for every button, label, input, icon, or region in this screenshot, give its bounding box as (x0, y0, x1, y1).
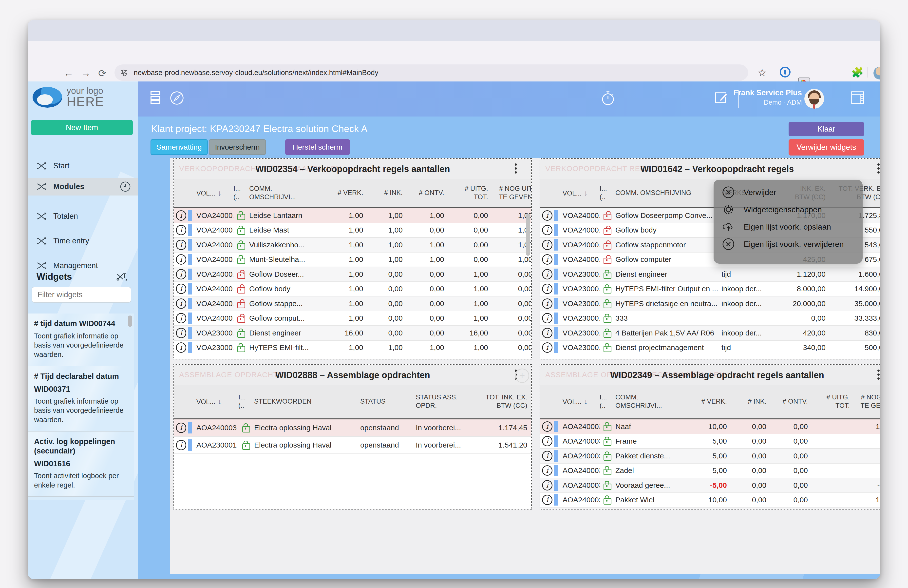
context-menu-item[interactable]: Eigen lijst voork. opslaan (713, 218, 863, 235)
sort-desc-icon[interactable]: ↓ (218, 398, 222, 406)
table-row[interactable]: iVOA24000...Goflow body1,000,000,001,000… (174, 282, 531, 297)
column-header-cell[interactable]: # ONTV. (768, 398, 810, 406)
column-header-cell[interactable]: I... (.. (600, 393, 615, 410)
context-menu-item[interactable]: Widgeteigenschappen (713, 201, 863, 218)
row-info-icon[interactable]: i (174, 328, 188, 338)
password-manager-extension-icon[interactable] (780, 67, 790, 77)
forward-button[interactable]: → (81, 68, 91, 79)
row-info-icon[interactable]: i (174, 240, 188, 250)
row-info-icon[interactable]: i (540, 313, 554, 323)
tab-invoerscherm[interactable]: Invoerscherm (209, 139, 266, 155)
row-info-icon[interactable]: i (174, 225, 188, 235)
row-info-icon[interactable]: i (174, 284, 188, 294)
column-header-cell[interactable]: I... (.. (233, 185, 249, 201)
table-row[interactable]: iAOA240003Pakket dienste...5,000,000,005… (540, 449, 881, 464)
column-header-cell[interactable]: I... (.. (600, 185, 615, 201)
table-row[interactable]: iAOA240003Pakket Wiel10,000,000,0010,00 (540, 493, 881, 508)
row-info-icon[interactable]: i (174, 269, 188, 279)
row-info-icon[interactable]: i (540, 254, 554, 265)
new-item-button[interactable]: New Item (31, 120, 133, 135)
row-info-icon[interactable]: i (174, 298, 188, 309)
column-header-cell[interactable]: COMM. OMSCHRIJVING (615, 189, 721, 197)
column-header-cell[interactable]: # UITG. TOT. (446, 185, 490, 201)
sort-desc-icon[interactable]: ↓ (584, 398, 588, 406)
row-info-icon[interactable]: i (540, 328, 554, 338)
user-avatar[interactable] (804, 89, 824, 109)
widget-menu-kebab-icon[interactable] (877, 163, 880, 175)
row-info-icon[interactable]: i (174, 254, 188, 265)
url-bar[interactable]: newbase-prod.newbase.servoy-cloud.eu/sol… (114, 64, 748, 81)
stopwatch-icon[interactable] (601, 91, 615, 106)
column-header-cell[interactable]: # ONTV. (405, 189, 446, 197)
table-row[interactable]: iAOA240003Frame5,000,000,005,00 (540, 434, 881, 449)
sidebar-scrollbar-thumb[interactable] (128, 316, 132, 327)
column-header-cell[interactable]: STATUS ASS. OPDR. (416, 393, 473, 410)
back-button[interactable]: ← (64, 68, 74, 79)
sidebar-item-modules[interactable]: Modules (27, 178, 138, 195)
column-header-cell[interactable]: # NOG UIT TE GEVEN (490, 185, 532, 201)
table-row[interactable]: iVOA23000...4 Batterijen Pak 1,5V AA/ R0… (540, 326, 881, 341)
widget-scrollbar-thumb[interactable] (526, 214, 530, 256)
column-header-cell[interactable]: STATUS (360, 398, 416, 406)
column-header-cell[interactable]: STEEKWOORDEN (254, 398, 360, 406)
column-header-cell[interactable]: COMM. OMSCHRIJVI... (615, 393, 689, 410)
panel-layout-icon[interactable] (851, 91, 864, 104)
tab-samenvatting[interactable]: Samenvatting (151, 139, 208, 155)
row-info-icon[interactable]: i (540, 342, 554, 353)
site-settings-icon[interactable] (121, 69, 128, 76)
widget-card-clipped[interactable]: ‥‥‥ ‥‥ ‥‥‥ (27, 497, 134, 500)
row-info-icon[interactable]: i (540, 480, 554, 490)
sort-desc-icon[interactable]: ↓ (584, 189, 588, 197)
widget-card[interactable]: # Tijd declarabel datumWID00371Toont gra… (27, 366, 134, 432)
row-info-icon[interactable]: i (540, 495, 554, 505)
table-row[interactable]: iVOA23000...Dienst engineertijd1.120,001… (540, 267, 881, 282)
row-info-icon[interactable]: i (174, 440, 188, 450)
column-header-cell[interactable]: VOL...↓ (563, 188, 600, 198)
column-header-cell[interactable]: # NOG UIT TE GEVEN (852, 393, 881, 410)
row-info-icon[interactable]: i (540, 210, 554, 221)
table-row[interactable]: iAOA240003Electra oplossing Havalopensta… (174, 419, 531, 437)
extensions-puzzle-icon[interactable]: 🧩 (851, 67, 864, 78)
table-row[interactable]: iVOA24000...Vuiliszakkenho...1,001,001,0… (174, 238, 531, 253)
herstel-scherm-button[interactable]: Herstel scherm (285, 139, 350, 155)
table-row[interactable]: iVOA24000...Leidse Mast1,001,000,000,001… (174, 223, 531, 238)
table-row[interactable]: iVOA23000...HyTEPS EMI-filt...1,001,001,… (174, 341, 531, 356)
compass-icon[interactable] (170, 91, 184, 105)
user-info[interactable]: Frank Service Plus Demo - ADM (734, 89, 802, 106)
row-info-icon[interactable]: i (174, 313, 188, 323)
context-menu-item[interactable]: Verwijder (713, 184, 863, 201)
row-info-icon[interactable]: i (540, 225, 554, 235)
row-info-icon[interactable]: i (540, 240, 554, 250)
table-row[interactable]: iVOA23000...HyTEPS driefasige en neutra.… (540, 296, 881, 311)
bookmark-star-icon[interactable]: ☆ (757, 67, 767, 79)
table-row[interactable]: iAOA240003Vooraad geree...-5,000,000,00-… (540, 478, 881, 493)
column-header-cell[interactable]: # INK. (365, 189, 405, 197)
row-info-icon[interactable]: i (540, 421, 554, 432)
table-row[interactable]: iAOA240003Naaf10,000,000,0010,00 (540, 419, 881, 434)
column-header-cell[interactable]: # VERK. (689, 398, 729, 406)
column-header-cell[interactable]: COMM. OMSCHRIJVI... (249, 185, 326, 201)
widget-menu-kebab-icon[interactable] (877, 369, 880, 382)
row-info-icon[interactable]: i (540, 451, 554, 461)
klaar-button[interactable]: Klaar (789, 122, 864, 136)
clock-icon[interactable] (120, 181, 131, 192)
table-row[interactable]: iVOA24000...Leidse Lantaarn1,001,001,000… (174, 208, 531, 223)
table-row[interactable]: iVOA24000...Munt-Sleutelha...1,001,001,0… (174, 253, 531, 267)
column-header-cell[interactable]: VOL...↓ (196, 397, 238, 406)
row-info-icon[interactable]: i (540, 269, 554, 279)
filter-widgets-input[interactable] (32, 287, 131, 303)
rows-icon[interactable] (151, 91, 160, 105)
sidebar-item-time-entry[interactable]: Time entry (27, 232, 138, 250)
sort-desc-icon[interactable]: ↓ (218, 189, 222, 197)
row-info-icon[interactable]: i (540, 436, 554, 446)
table-row[interactable]: iVOA24000...Goflow comput...1,000,000,00… (174, 311, 531, 326)
row-info-icon[interactable]: i (540, 465, 554, 476)
table-row[interactable]: iVOA23000...Dienst engineer16,000,000,00… (174, 326, 531, 341)
row-info-icon[interactable]: i (174, 423, 188, 433)
table-row[interactable]: iVOA23000...3330,0033.333,00 (540, 311, 881, 326)
column-header-cell[interactable]: # UITG. TOT. (810, 393, 852, 410)
column-header-cell[interactable]: # INK. (729, 398, 768, 406)
widgets-shuffle-icon[interactable] (116, 272, 128, 282)
sidebar-item-start[interactable]: Start (27, 157, 138, 175)
table-row[interactable]: iVOA23000...Dienst projectmanagementtijd… (540, 341, 881, 356)
